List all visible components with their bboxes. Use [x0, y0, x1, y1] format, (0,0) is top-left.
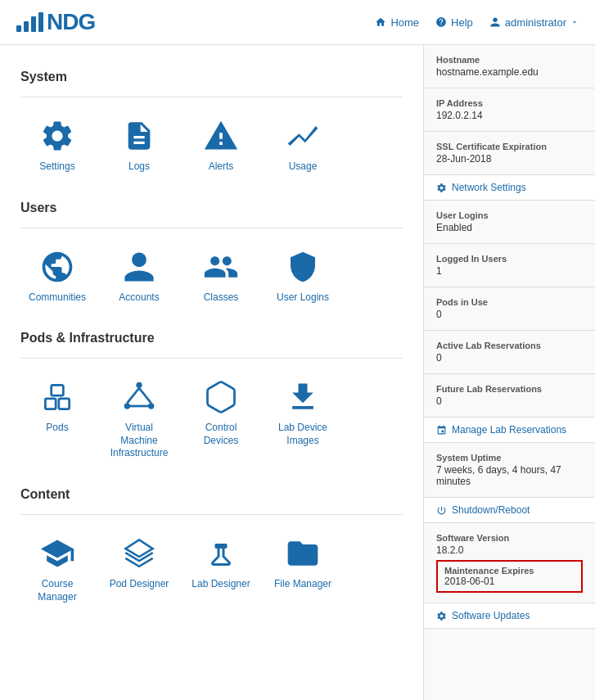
- future-res-value: 0: [436, 395, 583, 407]
- pods-label: Pods: [46, 422, 68, 435]
- active-res-section: Active Lab Reservations 0: [424, 331, 595, 374]
- alerts-item[interactable]: Alerts: [184, 110, 258, 180]
- home-icon: [375, 16, 386, 28]
- ip-value: 192.0.2.14: [436, 110, 583, 121]
- usage-item[interactable]: Usage: [266, 110, 340, 180]
- pods-in-use-label: Pods in Use: [436, 297, 583, 307]
- controldevices-item[interactable]: Control Devices: [184, 371, 258, 467]
- userlogins-label: User Logins: [277, 291, 329, 305]
- help-link[interactable]: Help: [435, 16, 473, 29]
- vmi-item[interactable]: Virtual Machine Infrastructure: [102, 371, 176, 467]
- bar3: [31, 16, 36, 32]
- network-settings-label: Network Settings: [452, 182, 526, 193]
- svg-line-6: [127, 388, 139, 403]
- classes-label: Classes: [204, 291, 239, 305]
- logged-in-section: Logged In Users 1: [424, 244, 595, 287]
- ssl-value: 28-Jun-2018: [436, 153, 583, 165]
- filemanager-icon: [283, 534, 322, 573]
- controldevices-label: Control Devices: [191, 422, 251, 447]
- labdesigner-label: Lab Designer: [192, 578, 250, 591]
- help-label: Help: [451, 16, 473, 29]
- hostname-label: Hostname: [436, 55, 583, 65]
- communities-icon: [38, 247, 77, 287]
- shutdown-reboot-label: Shutdown/Reboot: [452, 504, 530, 516]
- logo: NDG: [16, 9, 95, 35]
- svg-line-7: [139, 388, 151, 403]
- ssl-section: SSL Certificate Expiration 28-Jun-2018: [424, 132, 595, 175]
- userlogins-item[interactable]: User Logins: [266, 241, 340, 311]
- settings-item[interactable]: Settings: [20, 110, 94, 180]
- alerts-label: Alerts: [209, 160, 234, 174]
- bar2: [24, 21, 29, 32]
- coursemanager-icon: [38, 534, 77, 573]
- gear-small-icon: [436, 611, 447, 621]
- logs-label: Logs: [128, 160, 150, 174]
- main-layout: System Settings Logs Alerts: [0, 45, 595, 700]
- gear-icon: [436, 183, 447, 193]
- ip-label: IP Address: [436, 98, 583, 108]
- active-res-label: Active Lab Reservations: [436, 341, 583, 350]
- uptime-label: System Uptime: [436, 453, 583, 463]
- labdevice-item[interactable]: Lab Device Images: [266, 371, 340, 467]
- svg-point-3: [136, 382, 142, 388]
- coursemanager-item[interactable]: Course Manager: [20, 527, 94, 610]
- content-grid: Course Manager Pod Designer Lab Designer…: [20, 527, 403, 610]
- user-label: administrator: [505, 16, 566, 29]
- software-updates-link[interactable]: Software Updates: [424, 603, 595, 629]
- filemanager-item[interactable]: File Manager: [266, 527, 340, 610]
- alerts-icon: [201, 116, 241, 156]
- left-content: System Settings Logs Alerts: [0, 45, 423, 700]
- vmi-label: Virtual Machine Infrastructure: [109, 422, 169, 460]
- maintenance-label: Maintenance Expires: [444, 566, 575, 576]
- logs-icon: [119, 116, 159, 156]
- logged-in-value: 1: [436, 265, 583, 277]
- software-version-value: 18.2.0: [436, 544, 583, 556]
- labdevice-label: Lab Device Images: [273, 422, 333, 447]
- poddesigner-icon: [119, 534, 159, 573]
- ip-section: IP Address 192.0.2.14: [424, 88, 595, 132]
- accounts-item[interactable]: Accounts: [102, 241, 176, 311]
- header: NDG Home Help administrator: [0, 0, 595, 45]
- user-link[interactable]: administrator: [489, 16, 579, 29]
- labdevice-icon: [283, 377, 322, 417]
- content-section-title: Content: [20, 487, 403, 502]
- pods-in-use-section: Pods in Use 0: [424, 287, 595, 331]
- usage-label: Usage: [289, 160, 318, 174]
- settings-label: Settings: [39, 160, 74, 174]
- usage-icon: [283, 116, 322, 156]
- manage-reservations-label: Manage Lab Reservations: [452, 424, 566, 436]
- power-icon: [436, 505, 447, 516]
- bar1: [16, 25, 21, 32]
- shutdown-reboot-link[interactable]: Shutdown/Reboot: [424, 498, 595, 523]
- network-settings-link[interactable]: Network Settings: [424, 175, 595, 201]
- filemanager-label: File Manager: [274, 578, 331, 591]
- accounts-label: Accounts: [119, 291, 159, 305]
- vmi-icon: [119, 377, 159, 417]
- classes-item[interactable]: Classes: [184, 241, 258, 311]
- logo-bars: [16, 12, 43, 32]
- user-logins-section: User Logins Enabled: [424, 201, 595, 244]
- poddesigner-item[interactable]: Pod Designer: [102, 527, 176, 610]
- logged-in-label: Logged In Users: [436, 254, 583, 264]
- right-sidebar: Hostname hostname.example.edu IP Address…: [423, 45, 595, 700]
- header-nav: Home Help administrator: [375, 16, 579, 29]
- manage-reservations-link[interactable]: Manage Lab Reservations: [424, 418, 595, 443]
- logs-item[interactable]: Logs: [102, 110, 176, 180]
- poddesigner-label: Pod Designer: [110, 578, 169, 591]
- software-version-label: Software Version: [436, 533, 583, 543]
- user-logins-label: User Logins: [436, 210, 583, 220]
- future-res-label: Future Lab Reservations: [436, 384, 583, 394]
- pods-section-title: Pods & Infrastructure: [20, 331, 403, 345]
- accounts-icon: [119, 247, 159, 287]
- system-grid: Settings Logs Alerts Usage: [20, 110, 403, 180]
- home-link[interactable]: Home: [375, 16, 419, 29]
- communities-item[interactable]: Communities: [20, 241, 94, 311]
- pods-item[interactable]: Pods: [20, 371, 94, 467]
- users-section-title: Users: [20, 201, 403, 215]
- classes-icon: [201, 247, 241, 287]
- labdesigner-item[interactable]: Lab Designer: [184, 527, 258, 610]
- calendar-icon: [436, 425, 447, 436]
- userlogins-icon: [283, 247, 322, 287]
- ssl-label: SSL Certificate Expiration: [436, 142, 583, 151]
- users-grid: Communities Accounts Classes User Logins: [20, 241, 403, 311]
